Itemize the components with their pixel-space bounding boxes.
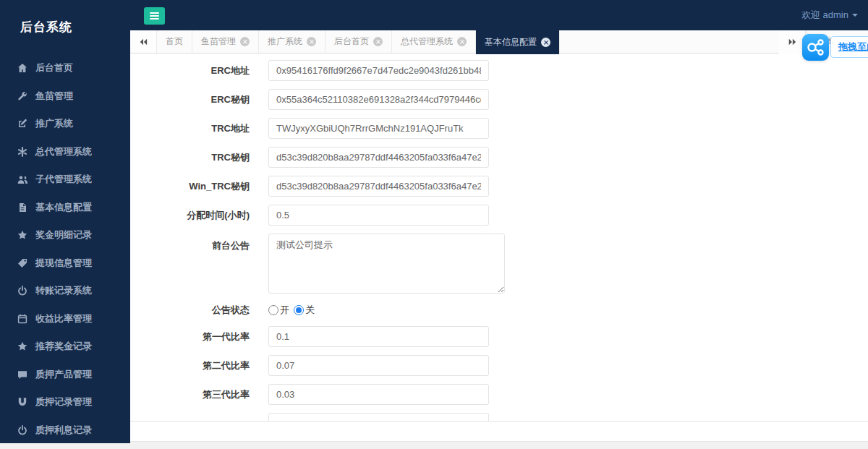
sidebar-item-fry-management[interactable]: 鱼苗管理 [0, 82, 130, 111]
erc-address-label: ERC地址 [130, 64, 250, 77]
home-icon [17, 63, 27, 73]
file-icon [17, 202, 27, 213]
win-trc-secret-input[interactable] [268, 176, 489, 197]
sidebar-item-label: 子代管理系统 [35, 173, 92, 186]
sidebar-item-pledge-product-management[interactable]: 质押产品管理 [0, 361, 130, 389]
sidebar-item-referral-bonus-records[interactable]: 推荐奖金记录 [0, 333, 130, 361]
form-row: Win_TRC秘钥 [130, 176, 868, 197]
sidebar-item-label: 推广系统 [35, 117, 73, 130]
form-row: 公告状态 开 关 [130, 302, 868, 319]
double-chevron-left-icon [139, 38, 148, 46]
tab-basic-info-config[interactable]: 基本信息配置 [476, 30, 560, 54]
welcome-text: 欢迎 admin [801, 9, 848, 20]
sidebar-item-pledge-record-management[interactable]: 质押记录管理 [0, 388, 130, 416]
form-row: ERC地址 [130, 60, 868, 81]
sidebar: 后台系统 后台首页 鱼苗管理 推广系统 总代管理系统 子代管理系统 [0, 0, 130, 443]
form-row: TRC地址 [130, 118, 868, 139]
trc-address-label: TRC地址 [130, 122, 250, 135]
trc-address-input[interactable] [268, 118, 489, 139]
tab-label: 首页 [166, 30, 183, 53]
close-tab-icon[interactable] [240, 37, 250, 46]
calendar-icon [17, 314, 27, 324]
close-tab-icon[interactable] [541, 38, 550, 47]
sidebar-item-bonus-detail-records[interactable]: 奖金明细记录 [0, 221, 130, 249]
clipped-field-input[interactable] [268, 413, 489, 422]
star-icon [17, 230, 27, 240]
tab-label: 基本信息配置 [485, 31, 537, 54]
sidebar-item-basic-info-config[interactable]: 基本信息配置 [0, 194, 130, 222]
form-row: ERC秘钥 [130, 89, 868, 110]
allocation-time-input[interactable] [268, 205, 489, 226]
sidebar-item-label: 收益比率管理 [35, 312, 92, 325]
tabs-scroll-left-button[interactable] [130, 30, 157, 53]
radio-on-label[interactable]: 开 [280, 304, 289, 317]
erc-secret-input[interactable] [268, 89, 489, 110]
sidebar-nav: 后台首页 鱼苗管理 推广系统 总代管理系统 子代管理系统 基本信息配置 [0, 54, 130, 444]
form-row: TRC秘钥 [130, 147, 868, 168]
wrench-icon [17, 91, 27, 101]
first-gen-rate-input[interactable] [268, 326, 489, 347]
close-tab-icon[interactable] [457, 37, 467, 46]
sidebar-item-label: 质押记录管理 [35, 395, 92, 409]
basic-info-form: ERC地址 ERC秘钥 TRC地址 TRC秘钥 Win_TRC秘钥 [130, 54, 868, 422]
sidebar-item-label: 转账记录系统 [35, 284, 92, 297]
radio-on[interactable] [268, 305, 278, 315]
sidebar-item-label: 基本信息配置 [35, 201, 92, 214]
radio-off[interactable] [294, 305, 304, 315]
tab-fry-management[interactable]: 鱼苗管理 [192, 30, 259, 53]
user-menu[interactable]: 欢迎 admin [801, 0, 858, 30]
close-tab-icon[interactable] [307, 37, 316, 46]
front-announcement-textarea[interactable]: 测试公司提示 [268, 234, 505, 294]
tab-backend-home[interactable]: 后台首页 [326, 30, 392, 53]
tab-general-agent-system[interactable]: 总代管理系统 [392, 30, 476, 53]
tab-label: 后台首页 [334, 30, 369, 53]
form-row: 第二代比率 [130, 355, 868, 376]
sidebar-item-general-agent-system[interactable]: 总代管理系统 [0, 138, 130, 166]
form-row: 分配时间(小时) [130, 205, 868, 226]
sidebar-item-withdrawal-info[interactable]: 提现信息管理 [0, 249, 130, 278]
content-area: ERC地址 ERC秘钥 TRC地址 TRC秘钥 Win_TRC秘钥 [130, 54, 868, 422]
tab-label: 鱼苗管理 [201, 30, 236, 53]
asterisk-icon [17, 147, 27, 157]
sidebar-item-label: 质押利息记录 [35, 424, 92, 437]
radio-off-label[interactable]: 关 [305, 304, 315, 317]
chevron-down-icon [852, 14, 858, 17]
power-icon [17, 425, 27, 435]
front-announcement-label: 前台公告 [130, 234, 250, 252]
power-icon [17, 286, 27, 296]
sidebar-item-label: 推荐奖金记录 [35, 340, 92, 353]
third-gen-rate-input[interactable] [268, 384, 489, 405]
sidebar-item-label: 奖金明细记录 [35, 228, 92, 241]
trc-secret-label: TRC秘钥 [130, 151, 250, 164]
sidebar-item-sub-agent-system[interactable]: 子代管理系统 [0, 166, 130, 194]
second-gen-rate-input[interactable] [268, 355, 489, 376]
admin-page: 后台系统 后台首页 鱼苗管理 推广系统 总代管理系统 子代管理系统 [0, 0, 868, 449]
erc-address-input[interactable] [268, 60, 489, 81]
sidebar-item-pledge-interest-records[interactable]: 质押利息记录 [0, 416, 130, 445]
close-tab-icon[interactable] [373, 37, 383, 46]
magnet-icon [17, 397, 27, 407]
form-row: 第一代比率 [130, 326, 868, 347]
tab-home[interactable]: 首页 [157, 30, 192, 53]
star-icon [17, 341, 27, 351]
third-gen-rate-label: 第三代比率 [130, 388, 250, 401]
edit-icon [17, 119, 27, 129]
sidebar-toggle-button[interactable] [144, 7, 165, 25]
tab-promotion-system[interactable]: 推广系统 [259, 30, 326, 53]
sidebar-item-transfer-records[interactable]: 转账记录系统 [0, 277, 130, 305]
allocation-time-label: 分配时间(小时) [130, 209, 250, 222]
users-icon [17, 174, 27, 184]
sidebar-item-label: 质押产品管理 [35, 368, 92, 381]
sidebar-item-yield-rate-management[interactable]: 收益比率管理 [0, 305, 130, 333]
sidebar-item-backend-home[interactable]: 后台首页 [0, 54, 130, 82]
trc-secret-input[interactable] [268, 147, 489, 168]
sidebar-item-promotion-system[interactable]: 推广系统 [0, 110, 130, 138]
upload-widget: 拖拽至此上传 [802, 34, 868, 61]
first-gen-rate-label: 第一代比率 [130, 330, 250, 343]
cloud-share-icon[interactable] [802, 34, 829, 61]
comment-icon [17, 369, 27, 380]
hamburger-icon [150, 12, 159, 14]
win-trc-secret-label: Win_TRC秘钥 [130, 180, 250, 193]
topbar: 欢迎 admin [130, 0, 868, 30]
announcement-status-label: 公告状态 [130, 304, 250, 317]
